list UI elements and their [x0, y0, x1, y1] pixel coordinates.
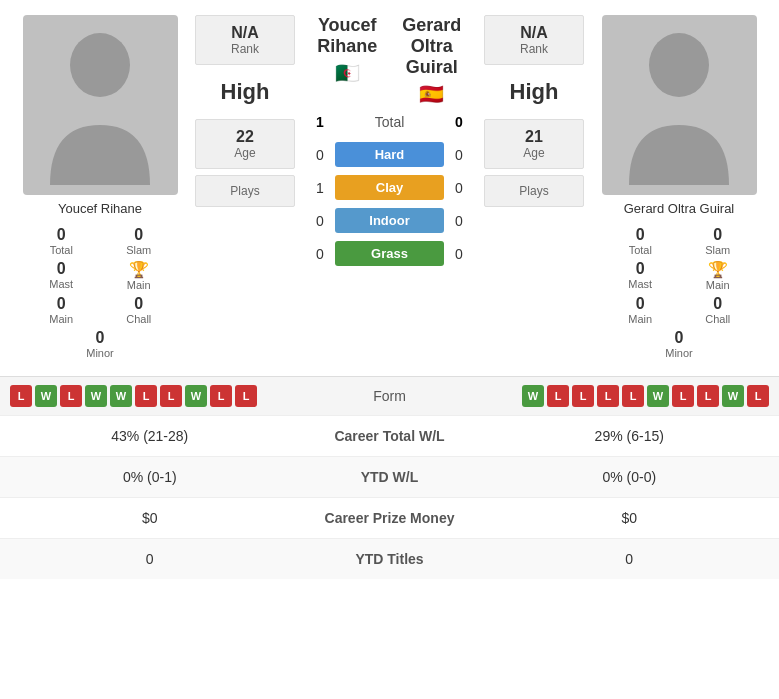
- players-section: Youcef Rihane 0 Total 0 Slam 0 Mast 🏆 Ma…: [0, 0, 779, 376]
- career-total-label: Career Total W/L: [290, 428, 490, 444]
- hard-btn[interactable]: Hard: [335, 142, 444, 167]
- right-form-2: L: [547, 385, 569, 407]
- left-form-9: L: [210, 385, 232, 407]
- left-mast-label: Mast: [49, 278, 73, 290]
- left-middle-section: N/A Rank High 22 Age Plays: [190, 15, 300, 361]
- left-chall-value: 0: [134, 295, 143, 313]
- left-main-value: 0: [57, 295, 66, 313]
- left-player-stats: 0 Total 0 Slam 0 Mast 🏆 Main 0 Main: [23, 224, 178, 361]
- left-stat-slam: 0 Slam: [100, 224, 178, 258]
- right-slam-value: 0: [713, 226, 722, 244]
- left-age-label: Age: [234, 146, 255, 160]
- right-rank-row: N/A Rank: [484, 15, 584, 65]
- total-left-score: 1: [305, 114, 335, 130]
- grass-btn[interactable]: Grass: [335, 241, 444, 266]
- left-form-8: W: [185, 385, 207, 407]
- left-chall-label: Chall: [126, 313, 151, 325]
- left-flag: 🇩🇿: [335, 61, 360, 85]
- left-form-4: W: [85, 385, 107, 407]
- right-chall-label: Chall: [705, 313, 730, 325]
- ytd-titles-label: YTD Titles: [290, 551, 490, 567]
- right-high-value: High: [510, 79, 559, 105]
- right-form-7: L: [672, 385, 694, 407]
- prize-money-row: $0 Career Prize Money $0: [0, 497, 779, 538]
- form-section: L W L W W L L W L L Form W L L L L W L L…: [0, 376, 779, 415]
- left-form-7: L: [160, 385, 182, 407]
- left-rank-label: Rank: [231, 42, 259, 56]
- right-player-name: Gerard Oltra Guiral: [624, 201, 735, 216]
- left-stat-minor: 0 Minor: [61, 327, 139, 361]
- right-main-label2: Main: [628, 313, 652, 325]
- right-main-value: 0: [636, 295, 645, 313]
- total-right-score: 0: [444, 114, 474, 130]
- left-form-6: L: [135, 385, 157, 407]
- right-form-10: L: [747, 385, 769, 407]
- right-player-avatar: [602, 15, 757, 195]
- right-age-label: Age: [523, 146, 544, 160]
- hard-right-score: 0: [444, 147, 474, 163]
- right-age-row: 21 Age: [484, 119, 584, 169]
- surface-row-hard: 0 Hard 0: [305, 142, 474, 167]
- left-player-silhouette: [23, 15, 178, 195]
- ytd-titles-row: 0 YTD Titles 0: [0, 538, 779, 579]
- form-label: Form: [330, 388, 450, 404]
- left-form-5: W: [110, 385, 132, 407]
- svg-point-1: [649, 33, 709, 97]
- left-form-1: L: [10, 385, 32, 407]
- match-center: YoucefRihane 🇩🇿 Gerard OltraGuiral 🇪🇸 1 …: [300, 15, 479, 361]
- clay-btn[interactable]: Clay: [335, 175, 444, 200]
- indoor-left-score: 0: [305, 213, 335, 229]
- left-trophy-icon-box: 🏆 Main: [100, 258, 178, 293]
- right-player-silhouette: [602, 15, 757, 195]
- grass-right-score: 0: [444, 246, 474, 262]
- right-player-stats: 0 Total 0 Slam 0 Mast 🏆 Main 0 Main: [602, 224, 757, 361]
- left-high-row: High: [195, 71, 295, 113]
- left-main-label: Main: [127, 279, 151, 291]
- indoor-btn[interactable]: Indoor: [335, 208, 444, 233]
- left-total-label: Total: [50, 244, 73, 256]
- left-form-badges: L W L W W L L W L L: [10, 385, 330, 407]
- right-minor-label: Minor: [665, 347, 693, 359]
- right-stat-total: 0 Total: [602, 224, 680, 258]
- left-minor-value: 0: [96, 329, 105, 347]
- ytd-wl-left: 0% (0-1): [10, 469, 290, 485]
- left-age-value: 22: [236, 128, 254, 146]
- right-main-label: Main: [706, 279, 730, 291]
- right-form-4: L: [597, 385, 619, 407]
- total-label: Total: [335, 114, 444, 130]
- left-minor-label: Minor: [86, 347, 114, 359]
- right-stat-chall: 0 Chall: [679, 293, 757, 327]
- left-trophy-icon: 🏆: [129, 260, 149, 279]
- center-left-player: YoucefRihane 🇩🇿: [305, 15, 390, 106]
- right-high-row: High: [484, 71, 584, 113]
- clay-right-score: 0: [444, 180, 474, 196]
- prize-money-right: $0: [490, 510, 770, 526]
- ytd-titles-left: 0: [10, 551, 290, 567]
- left-slam-label: Slam: [126, 244, 151, 256]
- left-player-name: Youcef Rihane: [58, 201, 142, 216]
- right-form-5: L: [622, 385, 644, 407]
- left-player-avatar: [23, 15, 178, 195]
- right-stat-slam: 0 Slam: [679, 224, 757, 258]
- main-container: Youcef Rihane 0 Total 0 Slam 0 Mast 🏆 Ma…: [0, 0, 779, 579]
- left-player-card: Youcef Rihane 0 Total 0 Slam 0 Mast 🏆 Ma…: [10, 15, 190, 361]
- left-form-3: L: [60, 385, 82, 407]
- clay-left-score: 1: [305, 180, 335, 196]
- right-rank-label: Rank: [520, 42, 548, 56]
- grass-left-score: 0: [305, 246, 335, 262]
- surface-row-grass: 0 Grass 0: [305, 241, 474, 266]
- right-form-badges: W L L L L W L L W L: [450, 385, 770, 407]
- left-stat-chall: 0 Chall: [100, 293, 178, 327]
- right-player-card: Gerard Oltra Guiral 0 Total 0 Slam 0 Mas…: [589, 15, 769, 361]
- right-stat-minor: 0 Minor: [640, 327, 718, 361]
- right-plays-row: Plays: [484, 175, 584, 207]
- right-trophy-icon-box: 🏆 Main: [679, 258, 757, 293]
- right-stat-mast: 0 Mast: [602, 258, 680, 293]
- center-right-name: Gerard OltraGuiral: [390, 15, 475, 78]
- left-total-value: 0: [57, 226, 66, 244]
- left-main-label2: Main: [49, 313, 73, 325]
- ytd-titles-right: 0: [490, 551, 770, 567]
- right-plays-label: Plays: [519, 184, 548, 198]
- left-plays-label: Plays: [230, 184, 259, 198]
- right-chall-value: 0: [713, 295, 722, 313]
